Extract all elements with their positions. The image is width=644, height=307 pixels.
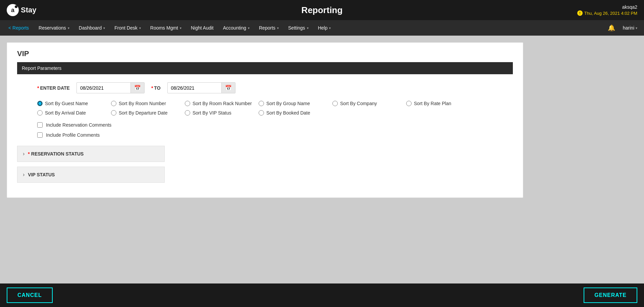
- sort-by-room-rack-number[interactable]: Sort By Room Rack Number: [185, 101, 252, 106]
- sort-by-vip-status[interactable]: Sort By VIP Status: [185, 110, 252, 116]
- nav-bar: < Reports Reservations ▾ Dashboard ▾ Fro…: [0, 20, 644, 36]
- nav-night-audit[interactable]: Night Audit: [186, 20, 218, 36]
- chevron-down-icon: ▾: [248, 26, 250, 30]
- nav-rooms-mgmt[interactable]: Rooms Mgmt ▾: [146, 20, 186, 36]
- nav-back-button[interactable]: < Reports: [3, 25, 34, 31]
- header-datetime: ! Thu, Aug 26, 2021 4:02 PM: [577, 10, 637, 16]
- nav-dashboard[interactable]: Dashboard ▾: [74, 20, 110, 36]
- sort-options-group: Sort By Guest Name Sort By Room Number S…: [17, 101, 513, 116]
- nav-reservations[interactable]: Reservations ▾: [34, 20, 74, 36]
- sort-by-company[interactable]: Sort By Company: [332, 101, 399, 106]
- expand-arrow-icon: ›: [23, 172, 24, 178]
- nav-right-area: 🔔 harini ▾: [605, 24, 641, 32]
- logo-area: a Stay: [7, 4, 36, 16]
- checkbox-group: Include Reservation Comments Include Pro…: [17, 122, 513, 138]
- sort-by-guest-name[interactable]: Sort By Guest Name: [37, 101, 104, 106]
- bell-icon[interactable]: 🔔: [605, 24, 618, 32]
- report-title: VIP: [17, 49, 513, 58]
- expand-arrow-icon: ›: [23, 151, 24, 157]
- sort-by-arrival-date[interactable]: Sort By Arrival Date: [37, 110, 104, 116]
- nav-reports[interactable]: Reports ▾: [254, 20, 283, 36]
- report-card: VIP Report Parameters * ENTER DATE 📅 * T…: [7, 42, 523, 198]
- sort-row-1: Sort By Guest Name Sort By Room Number S…: [37, 101, 513, 106]
- chevron-down-icon: ▾: [307, 26, 309, 30]
- cancel-button[interactable]: CANCEL: [7, 288, 53, 303]
- user-menu[interactable]: harini ▾: [620, 25, 641, 31]
- sort-by-booked-date[interactable]: Sort By Booked Date: [259, 110, 326, 116]
- enter-date-input-wrap: 📅: [76, 82, 145, 93]
- nav-settings[interactable]: Settings ▾: [283, 20, 313, 36]
- to-date-field[interactable]: [168, 83, 221, 93]
- sort-by-rate-plan[interactable]: Sort By Rate Plan: [406, 101, 473, 106]
- date-row: * ENTER DATE 📅 * TO 📅: [17, 82, 513, 93]
- sort-by-group-name[interactable]: Sort By Group Name: [259, 101, 326, 106]
- chevron-down-icon: ▾: [329, 26, 331, 30]
- footer-bar: CANCEL GENERATE: [0, 283, 644, 307]
- nav-accounting[interactable]: Accounting ▾: [218, 20, 254, 36]
- reservation-status-section[interactable]: › * RESERVATION STATUS: [17, 146, 165, 162]
- chevron-down-icon: ▾: [636, 26, 637, 30]
- enter-date-field[interactable]: [77, 83, 130, 93]
- vip-status-label: VIP STATUS: [28, 172, 55, 177]
- generate-button[interactable]: GENERATE: [584, 288, 637, 303]
- sort-by-room-number[interactable]: Sort By Room Number: [111, 101, 178, 106]
- chevron-down-icon: ▾: [103, 26, 105, 30]
- app-name: Stay: [21, 6, 36, 14]
- enter-date-calendar-button[interactable]: 📅: [130, 83, 144, 93]
- header-right: aksqa2 ! Thu, Aug 26, 2021 4:02 PM: [577, 4, 637, 16]
- nav-front-desk[interactable]: Front Desk ▾: [110, 20, 145, 36]
- to-label: * TO: [151, 85, 161, 91]
- nav-help[interactable]: Help ▾: [313, 20, 336, 36]
- section-header: Report Parameters: [17, 62, 513, 74]
- header-username: aksqa2: [622, 4, 637, 10]
- chevron-down-icon: ▾: [68, 26, 69, 30]
- warning-icon: !: [577, 10, 583, 16]
- include-profile-comments[interactable]: Include Profile Comments: [37, 132, 513, 138]
- main-content: VIP Report Parameters * ENTER DATE 📅 * T…: [0, 36, 644, 283]
- chevron-down-icon: ▾: [180, 26, 181, 30]
- include-reservation-comments[interactable]: Include Reservation Comments: [37, 122, 513, 128]
- vip-status-section[interactable]: › VIP STATUS: [17, 167, 165, 183]
- reservation-comments-checkbox[interactable]: [37, 122, 43, 128]
- reservation-status-label: * RESERVATION STATUS: [28, 151, 84, 157]
- profile-comments-checkbox[interactable]: [37, 132, 43, 138]
- top-header: a Stay Reporting aksqa2 ! Thu, Aug 26, 2…: [0, 0, 644, 20]
- datetime-text: Thu, Aug 26, 2021 4:02 PM: [584, 11, 637, 16]
- logo-icon: a: [7, 4, 19, 16]
- to-date-calendar-button[interactable]: 📅: [221, 83, 235, 93]
- page-title: Reporting: [302, 5, 343, 15]
- sort-row-2: Sort By Arrival Date Sort By Departure D…: [37, 110, 513, 116]
- chevron-down-icon: ▾: [139, 26, 141, 30]
- enter-date-label: * ENTER DATE: [37, 85, 70, 91]
- to-date-input-wrap: 📅: [167, 82, 235, 93]
- sort-by-departure-date[interactable]: Sort By Departure Date: [111, 110, 178, 116]
- chevron-down-icon: ▾: [277, 26, 279, 30]
